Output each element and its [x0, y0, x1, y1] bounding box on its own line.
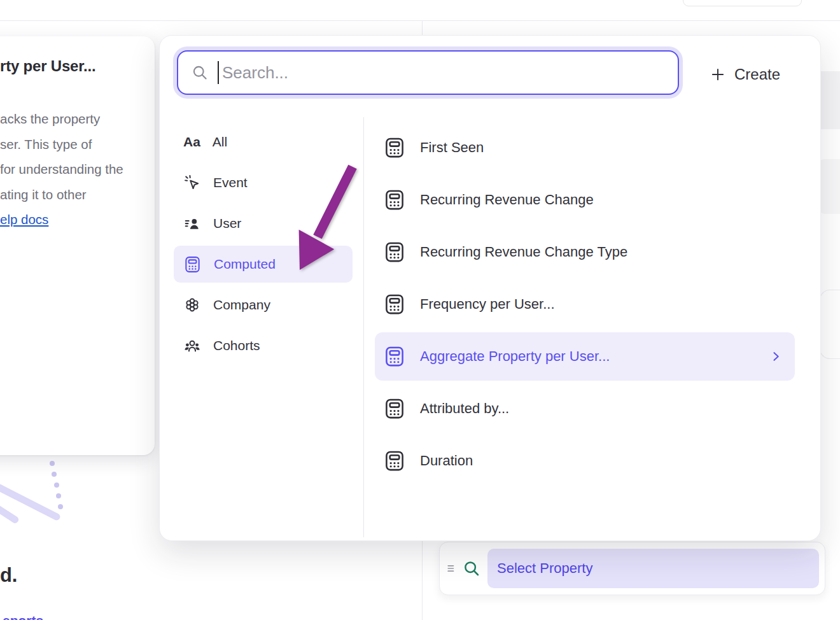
illustration-dot	[58, 504, 63, 509]
clipped-page-heading: d.	[0, 564, 17, 587]
property-item-recurring-revenue-change[interactable]: Recurring Revenue Change	[375, 176, 795, 224]
category-tab-computed[interactable]: Computed	[174, 246, 353, 283]
tooltip-title: rty per User...	[0, 57, 144, 75]
clipped-right-card	[818, 159, 840, 214]
calculator-icon	[383, 345, 406, 368]
property-item-frequency-per-user[interactable]: Frequency per User...	[375, 280, 795, 328]
chevron-right-icon	[769, 350, 782, 363]
category-label: Computed	[214, 257, 276, 272]
illustration-line	[0, 504, 20, 525]
text-format-icon: Aa	[183, 134, 200, 150]
tooltip-body: acks the property ser. This type of for …	[0, 106, 144, 232]
text-caret	[218, 61, 219, 84]
property-item-recurring-revenue-change-type[interactable]: Recurring Revenue Change Type	[375, 228, 795, 276]
create-button-label: Create	[734, 66, 780, 83]
category-tab-cohorts[interactable]: Cohorts	[174, 327, 353, 364]
search-input[interactable]	[221, 62, 678, 83]
select-property-button[interactable]: Select Property	[487, 549, 819, 588]
clipped-right-card	[820, 290, 840, 359]
user-profile-icon	[183, 215, 201, 232]
illustration-dot	[54, 483, 59, 488]
calculator-icon	[383, 449, 406, 472]
query-builder-row: Select Property	[439, 542, 825, 595]
drag-handle-icon[interactable]	[445, 562, 458, 575]
event-cursor-icon	[183, 174, 201, 192]
cohorts-people-icon	[183, 337, 201, 355]
property-label: First Seen	[420, 139, 484, 156]
calculator-icon	[383, 397, 406, 420]
company-cluster-icon	[183, 296, 201, 314]
page-divider-horizontal	[0, 20, 840, 21]
help-docs-link[interactable]: elp docs	[0, 207, 48, 232]
calculator-icon	[383, 241, 406, 264]
calculator-icon	[383, 293, 406, 316]
illustration-dot	[52, 472, 57, 477]
property-label: Duration	[420, 453, 473, 469]
category-label: User	[213, 216, 241, 231]
category-tab-all[interactable]: Aa All	[174, 123, 353, 160]
category-label: Company	[213, 297, 270, 313]
clipped-top-button	[683, 0, 802, 6]
modal-column-divider	[363, 117, 364, 537]
category-label: Cohorts	[213, 338, 260, 353]
property-label: Frequency per User...	[420, 296, 555, 313]
property-item-first-seen[interactable]: First Seen	[375, 123, 795, 172]
category-tab-event[interactable]: Event	[174, 164, 353, 201]
calculator-icon	[383, 136, 406, 159]
property-item-attributed-by[interactable]: Attributed by...	[375, 384, 795, 433]
clipped-footer-link[interactable]: eports	[3, 613, 43, 620]
property-picker-modal: Create Aa All Event	[159, 35, 821, 541]
search-field[interactable]	[177, 50, 679, 95]
property-label: Recurring Revenue Change	[420, 192, 594, 208]
property-item-aggregate-property-per-user[interactable]: Aggregate Property per User...	[375, 332, 795, 381]
category-label: Event	[213, 175, 248, 190]
property-label: Recurring Revenue Change Type	[420, 244, 627, 260]
select-property-label: Select Property	[497, 560, 592, 577]
category-tab-user[interactable]: User	[174, 205, 353, 242]
property-item-duration[interactable]: Duration	[375, 437, 795, 485]
property-description-card: rty per User... acks the property ser. T…	[0, 36, 155, 455]
illustration-dot	[50, 461, 55, 466]
calculator-icon	[383, 188, 406, 211]
property-search-icon	[462, 559, 481, 578]
calculator-icon	[183, 255, 202, 274]
create-button[interactable]: Create	[704, 60, 785, 89]
clipped-right-panel	[821, 71, 840, 129]
category-label: All	[213, 134, 227, 150]
search-icon	[191, 64, 209, 81]
category-tab-company[interactable]: Company	[174, 286, 353, 323]
property-label: Attributed by...	[420, 400, 509, 417]
plus-icon	[710, 66, 726, 83]
illustration-dot	[56, 493, 61, 498]
screen: d. eports rty per User... acks the prope…	[0, 0, 840, 620]
property-label: Aggregate Property per User...	[420, 348, 610, 365]
